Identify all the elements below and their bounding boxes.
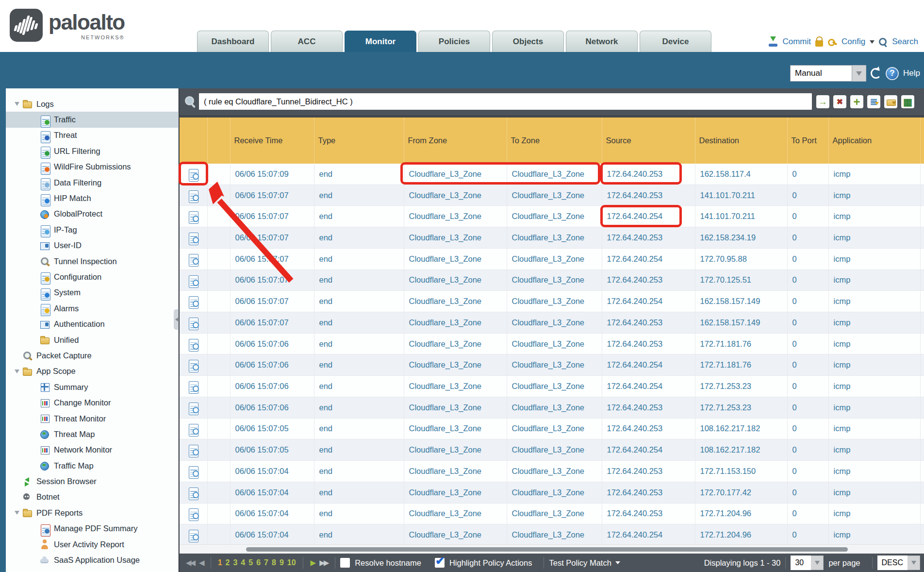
page-number-10[interactable]: 10 xyxy=(287,558,296,567)
column-header-to-port[interactable]: To Port xyxy=(787,117,828,164)
tab-acc[interactable]: ACC xyxy=(271,31,343,52)
page-number-5[interactable]: 5 xyxy=(248,558,253,567)
page-number-1[interactable]: 1 xyxy=(218,558,222,567)
page-number-9[interactable]: 9 xyxy=(280,558,284,567)
page-number-2[interactable]: 2 xyxy=(226,558,230,567)
log-detail-icon[interactable] xyxy=(189,403,198,413)
sidebar-item-user-activity-report[interactable]: User Activity Report xyxy=(6,537,178,552)
table-row[interactable]: 06/06 15:07:07 end Cloudflare_L3_Zone Cl… xyxy=(180,227,924,249)
column-header-blank[interactable] xyxy=(207,117,230,164)
column-header-type[interactable]: Type xyxy=(314,117,404,164)
tab-dashboard[interactable]: Dashboard xyxy=(197,31,269,52)
twisty-icon[interactable] xyxy=(12,102,22,106)
table-row[interactable]: 06/06 15:07:07 end Cloudflare_L3_Zone Cl… xyxy=(180,291,924,312)
sidebar-item-alarms[interactable]: Alarms xyxy=(6,301,178,316)
sidebar-item-url-filtering[interactable]: URL Filtering xyxy=(6,143,178,159)
resolve-hostname-checkbox[interactable] xyxy=(340,558,350,568)
log-detail-icon[interactable] xyxy=(189,339,198,349)
log-detail-icon[interactable] xyxy=(189,254,198,264)
tab-policies[interactable]: Policies xyxy=(418,31,490,52)
column-header-receive-time[interactable]: Receive Time xyxy=(230,117,314,164)
table-row[interactable]: 06/06 15:07:05 end Cloudflare_L3_Zone Cl… xyxy=(180,439,924,461)
sidebar-item-pdf-reports[interactable]: PDF Reports xyxy=(6,505,178,521)
table-row[interactable]: 06/06 15:07:06 end Cloudflare_L3_Zone Cl… xyxy=(180,376,924,397)
search-button[interactable]: Search xyxy=(892,37,918,47)
log-detail-icon[interactable] xyxy=(189,211,198,221)
help-icon[interactable] xyxy=(886,67,899,80)
tab-monitor[interactable]: Monitor xyxy=(345,31,416,52)
sidebar-item-manage-pdf-summary[interactable]: Manage PDF Summary xyxy=(6,521,178,537)
sidebar-item-change-monitor[interactable]: Change Monitor xyxy=(6,395,178,410)
sidebar-item-ip-tag[interactable]: IP-Tag xyxy=(6,222,178,237)
table-row[interactable]: 06/06 15:07:04 end Cloudflare_L3_Zone Cl… xyxy=(180,482,924,503)
twisty-icon[interactable] xyxy=(12,370,22,373)
table-row[interactable]: 06/06 15:07:05 end Cloudflare_L3_Zone Cl… xyxy=(180,418,924,439)
refresh-mode-value[interactable]: Manual xyxy=(790,65,852,82)
twisty-icon[interactable] xyxy=(12,511,22,515)
page-number-4[interactable]: 4 xyxy=(241,558,245,567)
filter-query-input[interactable] xyxy=(199,93,812,110)
page-number-6[interactable]: 6 xyxy=(256,558,261,567)
sort-order-select[interactable]: DESC xyxy=(877,555,920,570)
log-detail-icon[interactable] xyxy=(189,445,198,455)
log-detail-icon[interactable] xyxy=(189,318,198,328)
table-row[interactable]: 06/06 15:07:04 end Cloudflare_L3_Zone Cl… xyxy=(180,524,924,544)
filter-builder-icon[interactable] xyxy=(867,95,880,108)
log-detail-icon[interactable] xyxy=(189,233,198,243)
log-detail-icon[interactable] xyxy=(189,275,198,286)
horizontal-scrollbar-thumb[interactable] xyxy=(246,547,848,552)
highlight-policy-actions-checkbox[interactable] xyxy=(435,558,445,568)
page-number-7[interactable]: 7 xyxy=(264,558,268,567)
sidebar-item-tunnel-inspection[interactable]: Tunnel Inspection xyxy=(6,253,178,269)
tab-device[interactable]: Device xyxy=(640,31,711,52)
column-header-destination[interactable]: Destination xyxy=(695,117,787,164)
sidebar-item-authentication[interactable]: Authentication xyxy=(6,316,178,332)
test-policy-match-button[interactable]: Test Policy Match xyxy=(549,558,620,568)
column-header-a[interactable]: A xyxy=(920,117,924,164)
add-filter-icon[interactable] xyxy=(850,95,863,108)
table-row[interactable]: 06/06 15:07:07 end Cloudflare_L3_Zone Cl… xyxy=(180,185,924,206)
sidebar-item-configuration[interactable]: Configuration xyxy=(6,269,178,285)
refresh-mode-dropdown-icon[interactable] xyxy=(852,65,866,82)
refresh-icon[interactable] xyxy=(871,68,881,79)
page-number-3[interactable]: 3 xyxy=(233,558,237,567)
sidebar-item-traffic-map[interactable]: Traffic Map xyxy=(6,458,178,473)
table-row[interactable]: 06/06 15:07:07 end Cloudflare_L3_Zone Cl… xyxy=(180,206,924,227)
per-page-value[interactable]: 30 xyxy=(791,555,811,570)
log-detail-icon[interactable] xyxy=(189,424,198,434)
tab-objects[interactable]: Objects xyxy=(492,31,564,52)
commit-button[interactable]: Commit xyxy=(782,37,811,47)
table-row[interactable]: 06/06 15:07:04 end Cloudflare_L3_Zone Cl… xyxy=(180,461,924,482)
sidebar-item-botnet[interactable]: Botnet xyxy=(6,489,178,505)
next-page-icon[interactable]: ▶ xyxy=(311,558,315,567)
table-row[interactable]: 06/06 15:07:09 end Cloudflare_L3_Zone Cl… xyxy=(180,164,924,185)
log-detail-icon[interactable] xyxy=(189,530,198,540)
sidebar-item-summary[interactable]: Summary xyxy=(6,379,178,395)
log-detail-icon[interactable] xyxy=(189,466,198,476)
sidebar-item-system[interactable]: System xyxy=(6,285,178,301)
table-row[interactable]: 06/06 15:07:06 end Cloudflare_L3_Zone Cl… xyxy=(180,397,924,418)
table-row[interactable]: 06/06 15:07:07 end Cloudflare_L3_Zone Cl… xyxy=(180,269,924,291)
sidebar-item-traffic[interactable]: Traffic xyxy=(6,112,178,127)
help-label[interactable]: Help xyxy=(903,68,920,78)
config-caret-icon[interactable] xyxy=(870,40,874,46)
sidebar-item-threat[interactable]: Threat xyxy=(6,128,178,143)
sidebar-item-session-browser[interactable]: Session Browser xyxy=(6,473,178,489)
sidebar-item-app-scope[interactable]: App Scope xyxy=(6,364,178,379)
sidebar-collapse-handle[interactable] xyxy=(174,309,179,330)
last-page-icon[interactable]: ▶▶ xyxy=(319,558,328,567)
sidebar-item-wildfire-submissions[interactable]: WildFire Submissions xyxy=(6,159,178,175)
lock-icon[interactable] xyxy=(815,40,823,47)
column-header-source[interactable]: Source xyxy=(602,117,695,164)
log-detail-icon[interactable] xyxy=(189,381,198,391)
table-row[interactable]: 06/06 15:07:04 end Cloudflare_L3_Zone Cl… xyxy=(180,503,924,524)
per-page-dropdown-icon[interactable] xyxy=(811,555,824,570)
export-icon[interactable] xyxy=(901,95,914,108)
sidebar-item-network-monitor[interactable]: Network Monitor xyxy=(6,442,178,458)
log-detail-icon[interactable] xyxy=(189,488,198,498)
config-button[interactable]: Config xyxy=(842,37,865,47)
sort-order-dropdown-icon[interactable] xyxy=(908,555,920,570)
log-detail-icon[interactable] xyxy=(189,296,198,306)
refresh-mode-select[interactable]: Manual xyxy=(790,65,866,82)
table-row[interactable]: 06/06 15:07:07 end Cloudflare_L3_Zone Cl… xyxy=(180,312,924,334)
